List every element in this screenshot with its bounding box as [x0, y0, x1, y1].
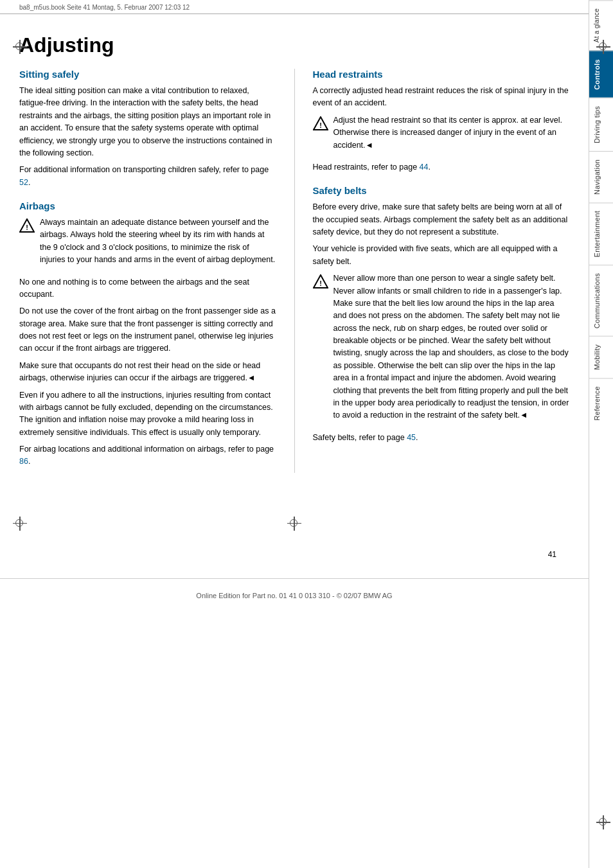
- sidebar-tab-entertainment[interactable]: Entertainment: [589, 202, 613, 265]
- sitting-safely-intro: The ideal sitting position can make a vi…: [19, 85, 276, 159]
- right-column: Head restraints A correctly adjusted hea…: [295, 69, 570, 473]
- airbags-para3: Make sure that occupants do not rest the…: [19, 360, 276, 385]
- left-column: Sitting safely The ideal sitting positio…: [19, 69, 295, 473]
- safety-belts-warning-text: Never allow more than one person to wear…: [333, 272, 570, 422]
- sidebar-tab-reference[interactable]: Reference: [589, 378, 613, 428]
- head-restraints-warning-text: Adjust the head restraint so that its ce…: [333, 114, 570, 152]
- header-strip: ba8_m5us.book Seite 41 Montag, 5. Februa…: [0, 0, 589, 14]
- svg-text:!: !: [319, 279, 322, 287]
- airbag-page-link[interactable]: 86: [19, 457, 28, 466]
- footer: Online Edition for Part no. 01 41 0 013 …: [0, 578, 589, 606]
- airbags-warning-block: ! Always maintain an adequate distance b…: [19, 217, 276, 271]
- airbags-section: Airbags ! Always maintain an adequate di…: [19, 200, 276, 468]
- head-restraints-link: Head restraints, refer to page 44.: [313, 161, 570, 173]
- safety-belts-warning-block: ! Never allow more than one person to we…: [313, 272, 570, 427]
- safety-belts-para2: Your vehicle is provided with five seats…: [313, 243, 570, 268]
- head-restraints-heading: Head restraints: [313, 69, 570, 80]
- head-restraints-warning-icon: !: [313, 115, 328, 156]
- airbags-para2: Do not use the cover of the front airbag…: [19, 305, 276, 355]
- safety-belts-warning-icon: !: [313, 273, 328, 427]
- sidebar-tab-mobility[interactable]: Mobility: [589, 336, 613, 378]
- svg-text:!: !: [26, 224, 28, 231]
- sidebar-tab-navigation[interactable]: Navigation: [589, 151, 613, 202]
- children-link: For additional information on transporti…: [19, 164, 276, 189]
- page-title: Adjusting: [0, 21, 589, 69]
- airbags-warning-text: Always maintain an adequate distance bet…: [40, 217, 276, 267]
- sitting-safely-heading: Sitting safely: [19, 69, 276, 80]
- airbags-heading: Airbags: [19, 200, 276, 211]
- svg-text:!: !: [319, 121, 322, 129]
- children-page-link[interactable]: 52: [19, 178, 28, 187]
- safety-belts-section: Safety belts Before every drive, make su…: [313, 185, 570, 444]
- safety-belts-link: Safety belts, refer to page 45.: [313, 432, 570, 444]
- sidebar: At a glance Controls Driving tips Naviga…: [589, 0, 613, 868]
- head-restraints-section: Head restraints A correctly adjusted hea…: [313, 69, 570, 173]
- sidebar-tab-controls[interactable]: Controls: [589, 51, 613, 98]
- footer-text: Online Edition for Part no. 01 41 0 013 …: [196, 592, 392, 599]
- warning-triangle-icon: !: [19, 217, 35, 271]
- page-number: 41: [0, 550, 589, 559]
- sidebar-tab-driving-tips[interactable]: Driving tips: [589, 98, 613, 151]
- airbags-para1: No one and nothing is to come between th…: [19, 276, 276, 301]
- head-restraints-para1: A correctly adjusted head restraint redu…: [313, 85, 570, 110]
- airbags-para4: Even if you adhere to all the instructio…: [19, 389, 276, 439]
- sidebar-tab-communications[interactable]: Communications: [589, 265, 613, 336]
- safety-belts-heading: Safety belts: [313, 185, 570, 196]
- safety-belts-para1: Before every drive, make sure that safet…: [313, 201, 570, 238]
- head-restraints-page-link[interactable]: 44: [420, 163, 429, 172]
- airbags-para5: For airbag locations and additional info…: [19, 443, 276, 468]
- header-text: ba8_m5us.book Seite 41 Montag, 5. Februa…: [19, 4, 190, 11]
- head-restraints-warning-block: ! Adjust the head restraint so that its …: [313, 114, 570, 156]
- safety-belts-page-link[interactable]: 45: [407, 433, 416, 442]
